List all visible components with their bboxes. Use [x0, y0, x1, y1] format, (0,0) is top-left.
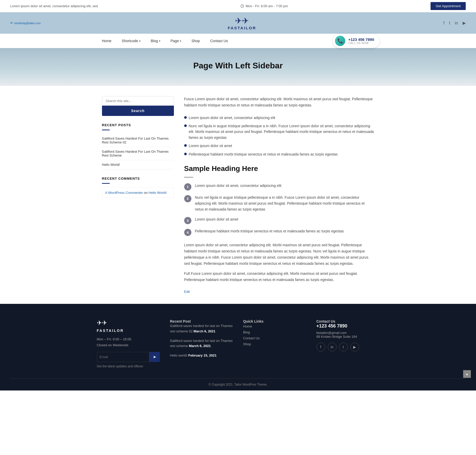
content-intro: Fusce Lorem ipsum dolor sit amet, consec… [184, 96, 374, 108]
footer-link-home[interactable]: Home [243, 323, 306, 329]
comment-post-link[interactable]: Hello World! [148, 191, 167, 195]
page-title: Page With Left Sidebar [0, 61, 476, 70]
email-icon: ✉ [10, 21, 13, 25]
phone-number: +123 456 7890 [348, 37, 374, 42]
number-badge: 4 [184, 229, 191, 236]
list-item: Nunc vel ligula in augue tristique pelle… [184, 122, 374, 142]
search-input[interactable] [102, 96, 174, 106]
footer-logo-icon: ✈✈ [97, 319, 160, 326]
footer-post-date[interactable]: March 6, 2021 [189, 344, 211, 348]
facebook-icon[interactable]: f [443, 21, 444, 25]
recent-posts-title: RECENT POSTS [102, 123, 174, 127]
bullet-dot [184, 144, 187, 147]
section-divider [102, 130, 110, 130]
instagram-icon[interactable]: in [328, 343, 337, 351]
nav-home[interactable]: Home [97, 34, 117, 48]
footer-tagline: Get the latest updates and offeres [97, 365, 160, 368]
nav-blog[interactable]: Blog ▾ [146, 34, 165, 48]
number-badge: 1 [184, 183, 191, 190]
youtube-icon[interactable]: ▶ [463, 21, 466, 25]
bullet-dot [184, 153, 187, 155]
footer-email-submit[interactable]: ➤ [149, 352, 160, 362]
nav-page[interactable]: Page ▾ [165, 34, 186, 48]
site-logo[interactable]: ✈✈ FASTAILOR [228, 16, 256, 30]
number-badge: 2 [184, 195, 191, 202]
header-email: ✉ needhelp@tailor.com [10, 21, 41, 25]
comment-item: A WordPress Commenter on Hello World! [102, 187, 174, 198]
chevron-down-icon: ▾ [139, 40, 141, 42]
footer-contact-title: Contact Us [316, 319, 379, 323]
bullet-dot [184, 116, 187, 119]
nav-contact[interactable]: Contact Us [205, 34, 233, 48]
footer-link-shop[interactable]: Shop [243, 341, 306, 347]
list-item: 2 Nunc vel ligula in augue tristique pel… [184, 195, 374, 212]
hero-section: Page With Left Sidebar [0, 48, 476, 86]
heading-divider [184, 177, 193, 178]
list-item: 4 Pellentesque habitant morbi tristique … [184, 228, 374, 236]
chevron-down-icon: ▾ [159, 40, 160, 42]
nav-phone-text: +123 456 7890 CALL US NOW [348, 37, 374, 44]
topbar-hours: Mon - Fri: 8:00 am - 7:00 pm [240, 4, 288, 8]
get-appointment-button[interactable]: Get Appointment [431, 2, 466, 10]
comment-author[interactable]: A WordPress Commenter [105, 191, 143, 195]
header-social-icons: f t in ▶ [443, 21, 466, 25]
footer-post-item: Hello world! February 15, 2021 [170, 353, 233, 358]
nav-links: Home Shortcode ▾ Blog ▾ Page ▾ Shop Cont… [97, 34, 233, 48]
content-body-2: Full Fusce Lorem ipsum dolor sit amet, c… [184, 271, 374, 283]
edit-link[interactable]: Edit [184, 290, 190, 294]
site-header: ✉ needhelp@tailor.com ✈✈ FASTAILOR f t i… [0, 12, 476, 34]
phone-icon: 📞 [335, 36, 345, 46]
list-item: Lorem ipsum dolor sit amet [184, 142, 374, 150]
footer-post-date[interactable]: March 6, 2021 [193, 329, 215, 333]
twitter-icon[interactable]: t [449, 21, 450, 25]
footer-link-blog[interactable]: Blog [243, 329, 306, 335]
footer-social-icons: f in t ▶ [316, 343, 379, 351]
recent-posts-list: Galliford Saves Hardest For Last On Tham… [102, 134, 174, 169]
nav-shop[interactable]: Shop [186, 34, 205, 48]
phone-label: CALL US NOW [348, 42, 374, 44]
back-to-top-button[interactable]: ▲ [463, 370, 471, 378]
footer-post-date[interactable]: February 15, 2021 [188, 353, 217, 357]
footer-contact: Contact Us +123 456 7890 fastailor@gmail… [316, 319, 379, 368]
youtube-icon[interactable]: ▶ [350, 343, 359, 351]
nav-shortcode[interactable]: Shortcode ▾ [117, 34, 146, 48]
copyright-text: © Copyright 2021. Tailor WordPres Theme. [209, 383, 267, 386]
list-item[interactable]: Galliford Saves Hardest For Last On Tham… [102, 134, 174, 147]
main-content: Search RECENT POSTS Galliford Saves Hard… [97, 86, 379, 304]
recent-posts-section: RECENT POSTS Galliford Saves Hardest For… [102, 123, 174, 169]
footer-quick-links-title: Quick Links [243, 319, 306, 323]
list-item: Pellentesque habitant morbi tristique se… [184, 150, 374, 158]
list-item[interactable]: Hello World! [102, 160, 174, 169]
footer-phone: +123 456 7890 [316, 323, 379, 329]
bullet-list: Lorem ipsum dolor sit amet, consectetur … [184, 114, 374, 158]
content-body-1: Lorem ipsum dolor sit amet, consectetur … [184, 242, 374, 267]
footer-grid: ✈✈ FASTAILOR Mon – Fri: 9:00 – 19:00Clos… [97, 319, 379, 368]
footer-logo-name: FASTAILOR [97, 329, 160, 333]
footer-email-input[interactable] [97, 352, 149, 362]
list-item: 3 Lorem ipsum dolor sit amet [184, 216, 374, 224]
logo-text: FASTAILOR [228, 26, 256, 30]
footer-email-form: ➤ [97, 352, 160, 362]
sidebar: Search RECENT POSTS Galliford Saves Hard… [102, 96, 174, 294]
search-button[interactable]: Search [102, 106, 174, 116]
footer-quick-links: Quick Links Home Blog Contact Us Shop [243, 319, 306, 368]
chevron-down-icon: ▾ [180, 40, 181, 42]
site-footer: ✈✈ FASTAILOR Mon – Fri: 9:00 – 19:00Clos… [0, 304, 476, 390]
footer-link-contact[interactable]: Contact Us [243, 335, 306, 341]
twitter-icon[interactable]: t [339, 343, 348, 351]
footer-hours: Mon – Fri: 9:00 – 19:00Closed on Weekend… [97, 336, 160, 348]
content-heading: Sample Heading Here [184, 165, 374, 173]
section-divider [102, 183, 110, 184]
clock-icon [240, 4, 244, 8]
footer-recent-posts-title: Recent Post [170, 319, 233, 323]
main-nav: Home Shortcode ▾ Blog ▾ Page ▾ Shop Cont… [97, 34, 379, 48]
footer-bottom: © Copyright 2021. Tailor WordPres Theme. [10, 378, 466, 390]
nav-call-cta: 📞 +123 456 7890 CALL US NOW [333, 34, 379, 48]
footer-brand: ✈✈ FASTAILOR Mon – Fri: 9:00 – 19:00Clos… [97, 319, 160, 368]
facebook-icon[interactable]: f [316, 343, 325, 351]
page-content: Fusce Lorem ipsum dolor sit amet, consec… [184, 96, 374, 294]
list-item[interactable]: Galliford Saves Hardest For Last On Tham… [102, 147, 174, 160]
recent-comments-section: RECENT COMMENTS A WordPress Commenter on… [102, 177, 174, 198]
instagram-icon[interactable]: in [455, 21, 458, 25]
list-item: 1 Lorem ipsum dolor sit amet, consectetu… [184, 183, 374, 190]
